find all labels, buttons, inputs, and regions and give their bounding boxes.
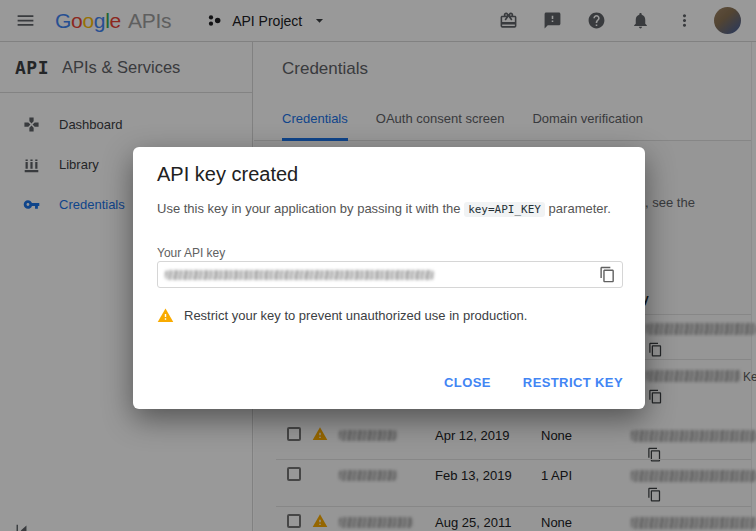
body-text-prefix: Use this key in your application by pass… <box>157 201 461 216</box>
api-key-input[interactable] <box>157 261 623 288</box>
warning-icon <box>157 307 174 324</box>
dialog-body: Use this key in your application by pass… <box>157 201 625 216</box>
api-key-param-code: key=API_KEY <box>464 202 545 217</box>
google-apis-console-screen: Google APIs API Project API APIs & Servi… <box>0 0 756 531</box>
restrict-key-button[interactable]: RESTRICT KEY <box>515 366 631 399</box>
body-text-suffix: parameter. <box>549 201 611 216</box>
redacted-api-key <box>165 270 434 280</box>
api-key-created-dialog: API key created Use this key in your app… <box>133 147 645 409</box>
api-key-field-label: Your API key <box>157 246 225 260</box>
restrict-warning: Restrict your key to prevent unauthorize… <box>157 307 527 324</box>
dialog-title: API key created <box>157 163 298 186</box>
close-button[interactable]: CLOSE <box>436 366 499 399</box>
dialog-actions: CLOSE RESTRICT KEY <box>420 366 631 399</box>
copy-api-key-icon[interactable] <box>599 266 616 283</box>
warning-text: Restrict your key to prevent unauthorize… <box>184 308 527 323</box>
